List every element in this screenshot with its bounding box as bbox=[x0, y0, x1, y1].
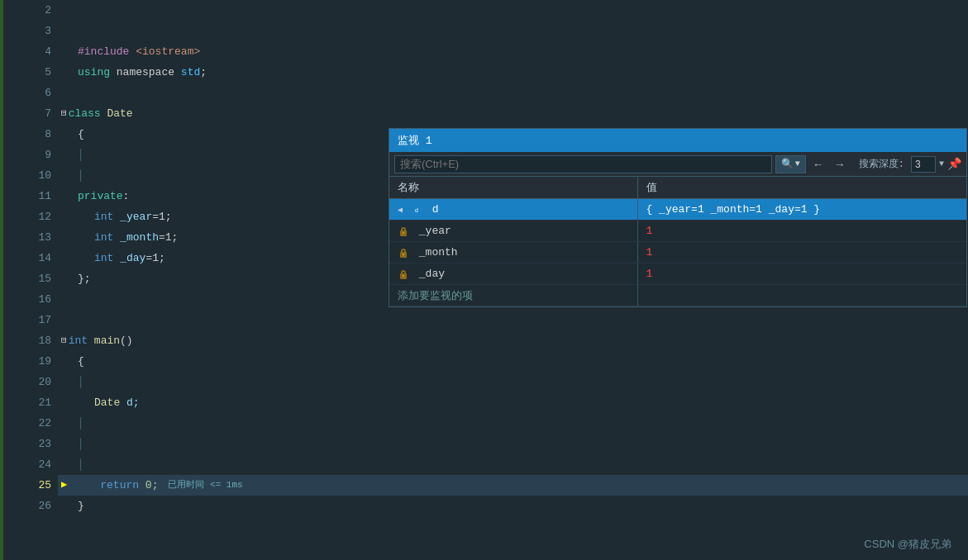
std-ns: std bbox=[181, 62, 200, 83]
include-keyword: #include bbox=[78, 41, 136, 62]
code-line-5: using namespace std; bbox=[58, 62, 968, 83]
line-num-2: 2 bbox=[0, 0, 51, 21]
watch-toolbar: 🔍 ▼ ← → 搜索深度: ▼ 📌 bbox=[389, 152, 966, 177]
code-line-4: #include <iostream> bbox=[58, 41, 968, 62]
collapse-icon-7[interactable]: ⊟ bbox=[61, 103, 67, 124]
watch-var-day: _day bbox=[419, 268, 445, 280]
l25-val: 0; bbox=[139, 475, 158, 496]
watch-row-d[interactable]: ◀ d d { _year=1 _month=1 _day=1 } bbox=[389, 199, 966, 221]
line-num-22: 22 bbox=[0, 413, 51, 434]
code-line-3 bbox=[58, 21, 968, 41]
l22-tree: │ bbox=[61, 413, 84, 434]
lock-icon-month bbox=[398, 247, 409, 259]
line-num-25: 25 bbox=[0, 475, 51, 496]
depth-label: 搜索深度: bbox=[859, 157, 904, 171]
collapse-triangle-d[interactable]: ◀ bbox=[398, 206, 403, 215]
l5-semi: ; bbox=[200, 62, 207, 83]
svg-rect-6 bbox=[402, 249, 405, 254]
depth-value-input[interactable] bbox=[911, 156, 936, 173]
watch-panel: 监视 1 🔍 ▼ ← → 搜索深度: ▼ 📌 名称 值 ◀ bbox=[389, 128, 967, 307]
line-numbers: 2 3 4 5 6 7 8 9 10 11 12 13 14 15 16 17 … bbox=[0, 0, 58, 516]
watch-title: 监视 1 bbox=[398, 133, 432, 148]
l12-var: _year bbox=[113, 206, 152, 227]
add-watch-label[interactable]: 添加要监视的项 bbox=[389, 285, 637, 306]
add-watch-value-empty bbox=[637, 285, 966, 306]
l21-date: Date bbox=[94, 392, 120, 413]
green-bar bbox=[0, 0, 3, 560]
l12-int: int bbox=[94, 206, 113, 227]
svg-point-4 bbox=[403, 232, 404, 234]
code-line-22: │ bbox=[58, 413, 968, 434]
l14-int: int bbox=[94, 248, 113, 268]
code-line-2 bbox=[58, 0, 968, 21]
search-icon: 🔍 bbox=[781, 158, 794, 170]
lock-icon-year bbox=[398, 225, 409, 237]
search-dropdown-icon[interactable]: ▼ bbox=[795, 159, 800, 168]
code-line-25: ▶ return 0; 已用时间 <= 1ms bbox=[58, 475, 968, 496]
exec-arrow-icon: ▶ bbox=[61, 475, 67, 496]
watch-row-day-name: _day bbox=[389, 263, 637, 285]
line-num-21: 21 bbox=[0, 392, 51, 413]
svg-point-10 bbox=[403, 275, 404, 277]
watch-title-bar: 监视 1 bbox=[389, 129, 966, 152]
l24-tree: │ bbox=[61, 454, 84, 475]
watch-row-year-name: _year bbox=[389, 221, 637, 242]
l21-var: d; bbox=[120, 392, 139, 413]
code-line-6 bbox=[58, 83, 968, 103]
line-num-7: 7 bbox=[0, 103, 51, 124]
l5-space: namespace bbox=[110, 62, 181, 83]
line-num-11: 11 bbox=[0, 186, 51, 206]
timing-badge: 已用时间 <= 1ms bbox=[168, 475, 242, 496]
line-gutter: 2 3 4 5 6 7 8 9 10 11 12 13 14 15 16 17 … bbox=[0, 0, 58, 560]
line-num-8: 8 bbox=[0, 124, 51, 145]
day-value-text: 1 bbox=[646, 268, 653, 280]
l19-brace: { bbox=[78, 351, 84, 372]
line-num-3: 3 bbox=[0, 21, 51, 41]
watermark: CSDN @猪皮兄弟 bbox=[864, 537, 951, 552]
code-line-21: Date d; bbox=[58, 392, 968, 413]
collapse-icon-18[interactable]: ⊟ bbox=[61, 330, 67, 351]
line-num-18: 18 bbox=[0, 330, 51, 351]
svg-text:d: d bbox=[415, 207, 418, 213]
search-button[interactable]: 🔍 ▼ bbox=[775, 155, 806, 173]
code-line-20: │ bbox=[58, 372, 968, 392]
l9-tree: │ bbox=[61, 145, 84, 165]
l25-return: return bbox=[100, 475, 139, 496]
l13-eq: =1; bbox=[159, 227, 178, 248]
code-line-26: } bbox=[58, 496, 968, 516]
depth-dropdown-icon[interactable]: ▼ bbox=[939, 159, 944, 168]
svg-rect-3 bbox=[402, 228, 405, 232]
line-num-9: 9 bbox=[0, 145, 51, 165]
watch-row-month-name: _month bbox=[389, 242, 637, 263]
line-num-6: 6 bbox=[0, 83, 51, 103]
watch-row-month[interactable]: _month 1 bbox=[389, 242, 966, 263]
watch-row-year[interactable]: _year 1 bbox=[389, 221, 966, 242]
line-num-12: 12 bbox=[0, 206, 51, 227]
watch-row-day[interactable]: _day 1 bbox=[389, 263, 966, 285]
line-num-26: 26 bbox=[0, 496, 51, 516]
pin-icon[interactable]: 📌 bbox=[947, 157, 961, 171]
watch-add-row[interactable]: 添加要监视的项 bbox=[389, 285, 966, 306]
watch-var-d: d bbox=[432, 203, 439, 216]
date-classname: Date bbox=[107, 103, 132, 124]
l13-var: _month bbox=[113, 227, 159, 248]
watch-row-month-value: 1 bbox=[637, 242, 966, 263]
line-num-23: 23 bbox=[0, 434, 51, 454]
l15-brace: }; bbox=[78, 268, 91, 289]
code-line-23: │ bbox=[58, 434, 968, 454]
month-value-text: 1 bbox=[646, 246, 653, 259]
watch-var-year: _year bbox=[419, 225, 451, 237]
nav-forward-button[interactable]: → bbox=[831, 158, 849, 171]
watch-table: 名称 值 ◀ d d { _year=1 _month=1 _day=1 } bbox=[389, 177, 966, 306]
d-value-text: { _year=1 _month=1 _day=1 } bbox=[646, 203, 821, 216]
cube-icon-d: d bbox=[411, 204, 422, 216]
nav-back-button[interactable]: ← bbox=[809, 158, 827, 171]
watch-search-input[interactable] bbox=[394, 155, 772, 173]
l18-int: int bbox=[69, 330, 88, 351]
l14-eq: =1; bbox=[145, 248, 165, 268]
code-line-24: │ bbox=[58, 454, 968, 475]
l23-tree: │ bbox=[61, 434, 84, 454]
line-num-10: 10 bbox=[0, 165, 51, 186]
line-num-24: 24 bbox=[0, 454, 51, 475]
l26-brace: } bbox=[78, 496, 84, 516]
